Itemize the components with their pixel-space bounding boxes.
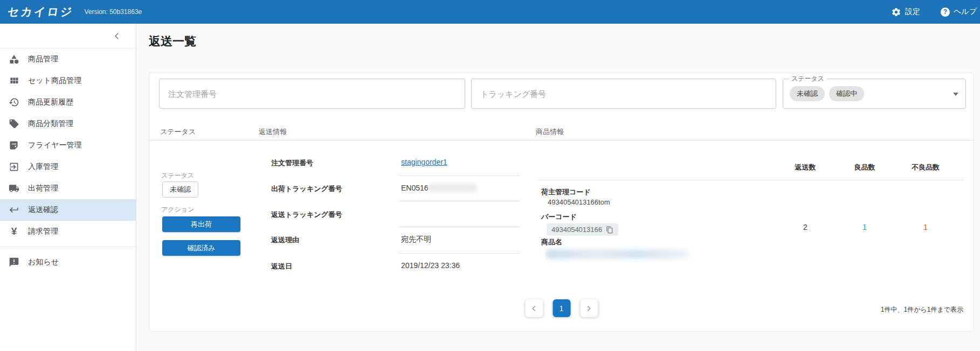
sidebar-item-product-category-management[interactable]: 商品分類管理 (0, 113, 136, 135)
quantity-returned: 2 (785, 223, 825, 231)
topbar: セカイロジ Version: 50b31863e 設定 ? ヘルプ (0, 0, 980, 24)
help-label: ヘルプ (954, 7, 977, 17)
chevron-left-icon (529, 303, 540, 314)
order-number-link[interactable]: stagingorder1 (401, 158, 447, 166)
column-header-product-info: 商品情報 (536, 127, 564, 137)
row-action-label: アクション (161, 205, 194, 214)
settings-label: 設定 (905, 7, 920, 17)
sidebar: 商品管理 セット商品管理 商品更新履歴 商品分類管理 フライヤー管理 入庫管理 (0, 24, 136, 351)
sidebar-item-billing-management[interactable]: ¥ 請求管理 (0, 221, 136, 242)
product-name-label: 商品名 (541, 237, 562, 247)
owner-code-value: 4934054013166tom (548, 198, 610, 206)
field-divider (398, 201, 520, 201)
field-label-return-reason: 返送理由 (271, 235, 299, 245)
barcode-chip: 4934054013166 (547, 223, 618, 236)
owner-code-label: 荷主管理コード (541, 187, 591, 197)
sidebar-item-return-confirmation[interactable]: 返送確認 (0, 199, 136, 221)
field-value-order-number: stagingorder1 (401, 158, 447, 166)
field-divider (398, 176, 520, 176)
tracking-number-input[interactable] (471, 79, 776, 109)
tag-icon (9, 118, 19, 129)
field-value-shipping-tracking: EN0516 (401, 184, 477, 192)
next-page-button[interactable] (580, 299, 598, 317)
field-label-order-number: 注文管理番号 (271, 158, 313, 168)
version-label: Version: 50b31863e (84, 8, 142, 16)
status-chip-confirming: 確認中 (829, 86, 864, 101)
quantity-header-returned: 返送数 (785, 163, 825, 172)
sidebar-item-announcements[interactable]: お知らせ (0, 251, 136, 273)
page-title: 返送一覧 (149, 34, 980, 49)
table-header-divider (149, 140, 974, 141)
sidebar-item-set-product-management[interactable]: セット商品管理 (0, 70, 136, 92)
announcement-icon (9, 257, 19, 268)
field-label-return-date: 返送日 (271, 262, 292, 271)
sidebar-collapse[interactable] (0, 24, 136, 48)
truck-icon (9, 183, 19, 194)
sidebar-item-inbound-management[interactable]: 入庫管理 (0, 156, 136, 178)
column-header-return-info: 返送情報 (259, 127, 287, 137)
grid-icon (9, 75, 19, 86)
field-label-shipping-tracking: 出荷トラッキング番号 (271, 184, 342, 194)
previous-page-button[interactable] (525, 299, 543, 317)
returns-card: ステータス 未確認 確認中 ステータス 返送情報 商品情報 ステータス 未確認 … (149, 73, 974, 332)
sidebar-nav: 商品管理 セット商品管理 商品更新履歴 商品分類管理 フライヤー管理 入庫管理 (0, 48, 136, 273)
return-icon (9, 205, 19, 215)
column-header-status: ステータス (160, 127, 196, 137)
order-number-input[interactable] (159, 79, 465, 109)
product-section-divider (539, 180, 964, 180)
quantity-header-defective: 不良品数 (904, 163, 947, 172)
quantity-defective: 1 (904, 223, 947, 231)
yen-icon: ¥ (9, 226, 19, 237)
sidebar-item-shipping-management[interactable]: 出荷管理 (0, 178, 136, 199)
field-label-return-tracking: 返送トラッキング番号 (271, 210, 342, 220)
sidebar-item-product-update-history[interactable]: 商品更新履歴 (0, 92, 136, 113)
help-icon: ? (941, 8, 950, 17)
sidebar-item-product-management[interactable]: 商品管理 (0, 48, 136, 70)
barcode-value: 4934054013166 (551, 226, 602, 234)
copy-icon[interactable] (606, 226, 613, 234)
inbound-icon (9, 162, 19, 172)
field-value-return-reason: 宛先不明 (401, 235, 431, 244)
field-divider (398, 227, 520, 227)
sidebar-divider (0, 247, 136, 247)
pagination: 1 (525, 299, 598, 317)
row-status-label: ステータス (161, 171, 194, 180)
status-filter-select[interactable]: ステータス 未確認 確認中 (783, 79, 966, 109)
quantity-good: 1 (845, 223, 885, 231)
status-filter-label: ステータス (789, 74, 827, 83)
row-status-badge: 未確認 (162, 181, 198, 198)
results-summary: 1件中、1件から1件まで表示 (881, 305, 963, 314)
history-icon (9, 97, 19, 108)
status-chip-unconfirmed: 未確認 (790, 86, 825, 101)
field-value-return-date: 2019/12/23 23:36 (401, 261, 460, 270)
main-content: 返送一覧 ステータス 未確認 確認中 ステータス 返送情報 商品情報 ステータス… (136, 24, 980, 351)
reship-button[interactable]: 再出荷 (162, 216, 240, 232)
quantity-header-good: 良品数 (845, 163, 885, 172)
field-divider (398, 253, 520, 254)
page-number-current[interactable]: 1 (553, 299, 570, 317)
category-icon (9, 54, 19, 65)
redacted-product-name-blur (547, 249, 688, 259)
dropdown-arrow-icon (953, 93, 958, 96)
help-button[interactable]: ? ヘルプ (941, 7, 977, 17)
chevron-right-icon (584, 303, 595, 314)
settings-button[interactable]: 設定 (891, 7, 920, 17)
sidebar-item-flyer-management[interactable]: フライヤー管理 (0, 135, 136, 156)
flyer-icon (9, 140, 19, 151)
chevron-left-icon (112, 31, 122, 41)
app-logo[interactable]: セカイロジ (6, 4, 74, 19)
gear-icon (891, 7, 901, 17)
confirmed-button[interactable]: 確認済み (162, 240, 240, 256)
redacted-tracking-blur (429, 184, 477, 192)
barcode-label: バーコード (541, 212, 577, 222)
